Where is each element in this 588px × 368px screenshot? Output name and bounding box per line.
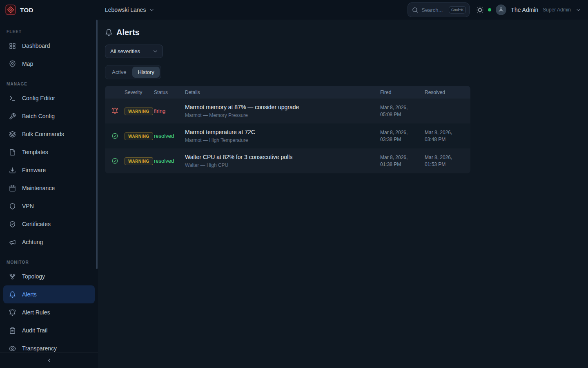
download-icon xyxy=(9,167,16,174)
sidebar-item-alerts[interactable]: Alerts xyxy=(3,285,95,303)
wrench-icon xyxy=(9,113,16,120)
terminal-icon xyxy=(9,95,16,102)
sidebar-item-bulk-commands[interactable]: Bulk Commands xyxy=(3,125,95,143)
bell-ring-icon xyxy=(111,108,118,114)
column-header-severity: Severity xyxy=(125,90,154,95)
sidebar-item-firmware[interactable]: Firmware xyxy=(3,161,95,179)
topbar: TOD Lebowski Lanes Cmd+K The Admin Super… xyxy=(0,0,588,20)
alert-subtitle: Marmot — High Temperature xyxy=(185,137,377,143)
sidebar-item-label: Transparency xyxy=(22,345,57,352)
severity-badge: WARNING xyxy=(125,108,153,115)
sidebar-item-label: Achtung xyxy=(22,239,43,245)
sidebar-item-templates[interactable]: Templates xyxy=(3,143,95,161)
fired-time: Mar 8, 2026, 03:38 PM xyxy=(380,129,416,143)
bell-icon xyxy=(9,291,16,298)
column-header-status: Status xyxy=(154,90,185,95)
sidebar-item-label: VPN xyxy=(22,203,34,209)
map-pin-icon xyxy=(9,61,16,67)
sidebar-item-dashboard[interactable]: Dashboard xyxy=(3,37,95,55)
column-header-resolved: Resolved xyxy=(425,90,470,95)
topbar-right: Cmd+K The Admin Super Admin xyxy=(408,2,588,17)
sidebar-item-label: Topology xyxy=(22,273,45,280)
sidebar-item-label: Batch Config xyxy=(22,113,55,119)
sidebar-item-maintenance[interactable]: Maintenance xyxy=(3,179,95,197)
sidebar-item-label: Map xyxy=(22,61,33,67)
sidebar: FLEETDashboardMapMANAGEConfig EditorBatc… xyxy=(0,20,98,368)
sidebar-item-batch-config[interactable]: Batch Config xyxy=(3,107,95,125)
status-text: resolved xyxy=(154,133,185,139)
file-icon xyxy=(9,149,16,156)
bell-ring-icon xyxy=(9,309,16,316)
layers-icon xyxy=(9,131,16,138)
search-box[interactable]: Cmd+K xyxy=(408,2,470,17)
fired-time: Mar 8, 2026, 01:38 PM xyxy=(380,154,416,168)
brand: TOD xyxy=(0,4,98,15)
tab-history[interactable]: History xyxy=(132,67,159,78)
check-circle-icon xyxy=(111,132,118,139)
user-menu-chevron-icon[interactable] xyxy=(575,7,581,13)
shield-icon xyxy=(9,203,16,210)
alerts-tabs: ActiveHistory xyxy=(105,65,161,79)
sidebar-section-label: MONITOR xyxy=(0,251,98,267)
org-name: Lebowski Lanes xyxy=(105,7,146,13)
sidebar-item-topology[interactable]: Topology xyxy=(3,267,95,285)
sidebar-item-label: Alert Rules xyxy=(22,309,50,316)
status-text: firing xyxy=(154,108,185,114)
sidebar-section-label: MANAGE xyxy=(0,73,98,89)
main-content: Alerts All severities ActiveHistory Seve… xyxy=(98,20,588,173)
severity-filter-select[interactable]: All severities xyxy=(105,45,163,58)
shield-check-icon xyxy=(9,221,16,228)
alert-subtitle: Marmot — Memory Pressure xyxy=(185,112,377,118)
sidebar-footer xyxy=(0,352,98,368)
eye-icon xyxy=(9,345,16,352)
table-header: SeverityStatusDetailsFiredResolved xyxy=(105,86,470,99)
sidebar-item-label: Config Editor xyxy=(22,95,55,101)
brand-name: TOD xyxy=(20,7,33,13)
avatar[interactable] xyxy=(496,4,506,15)
sidebar-item-map[interactable]: Map xyxy=(3,55,95,73)
app-logo-icon xyxy=(5,4,16,15)
clipboard-list-icon xyxy=(9,327,16,334)
column-header-fired: Fired xyxy=(380,90,425,95)
sidebar-item-vpn[interactable]: VPN xyxy=(3,197,95,215)
alert-subtitle: Walter — High CPU xyxy=(185,162,377,168)
sidebar-section-label: FLEET xyxy=(0,20,98,37)
alert-row[interactable]: WARNINGfiringMarmot memory at 87% — cons… xyxy=(105,99,470,123)
resolved-time: — xyxy=(425,108,461,114)
severity-chevron-down-icon xyxy=(152,48,158,54)
sidebar-item-config-editor[interactable]: Config Editor xyxy=(3,89,95,107)
sidebar-item-label: Templates xyxy=(22,149,48,155)
alert-row[interactable]: WARNINGresolvedWalter CPU at 82% for 3 c… xyxy=(105,148,470,173)
sidebar-item-transparency[interactable]: Transparency xyxy=(3,339,95,352)
status-dot xyxy=(488,8,491,11)
tab-active[interactable]: Active xyxy=(107,67,131,78)
collapse-sidebar-icon[interactable] xyxy=(46,357,52,364)
sidebar-item-label: Maintenance xyxy=(22,185,55,191)
calendar-icon xyxy=(9,185,16,192)
page-title: Alerts xyxy=(116,28,140,37)
megaphone-icon xyxy=(9,239,16,246)
sidebar-item-certificates[interactable]: Certificates xyxy=(3,215,95,233)
severity-badge: WARNING xyxy=(125,132,153,140)
user-name: The Admin xyxy=(511,7,538,13)
alert-title: Walter CPU at 82% for 3 consecutive poll… xyxy=(185,154,377,160)
org-selector[interactable]: Lebowski Lanes xyxy=(105,7,155,13)
status-text: resolved xyxy=(154,158,185,164)
alert-row[interactable]: WARNINGresolvedMarmot temperature at 72C… xyxy=(105,123,470,148)
theme-toggle-sun-icon[interactable] xyxy=(477,7,483,13)
severity-filter-value: All severities xyxy=(110,48,140,54)
sidebar-item-label: Audit Trail xyxy=(22,327,47,334)
user-role: Super Admin xyxy=(543,7,571,13)
sidebar-scrollbar-thumb[interactable] xyxy=(96,20,98,269)
severity-badge: WARNING xyxy=(125,157,153,165)
sidebar-item-audit-trail[interactable]: Audit Trail xyxy=(3,321,95,339)
sidebar-item-label: Alerts xyxy=(22,291,37,298)
check-circle-icon xyxy=(111,157,118,164)
sidebar-item-alert-rules[interactable]: Alert Rules xyxy=(3,303,95,321)
column-header-details: Details xyxy=(185,90,380,95)
search-input[interactable] xyxy=(421,7,445,13)
sidebar-item-label: Bulk Commands xyxy=(22,131,64,137)
fired-time: Mar 8, 2026, 05:08 PM xyxy=(380,104,416,118)
resolved-time: Mar 8, 2026, 01:53 PM xyxy=(425,154,461,168)
sidebar-item-achtung[interactable]: Achtung xyxy=(3,233,95,251)
